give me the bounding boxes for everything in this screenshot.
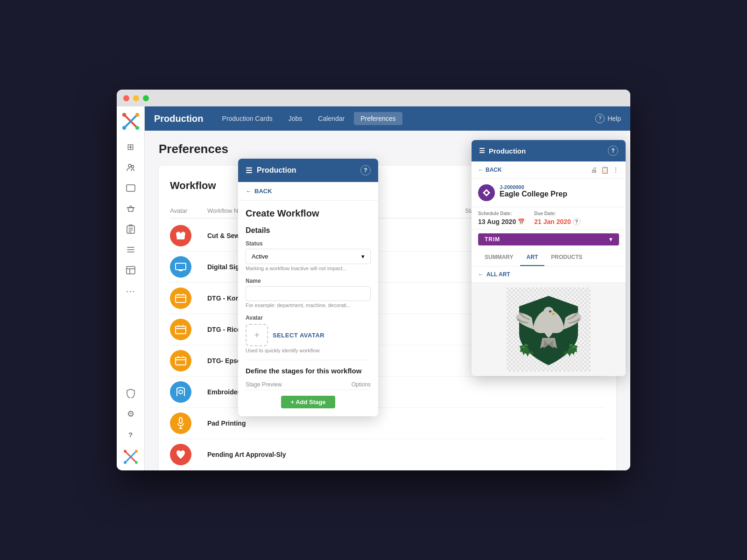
maximize-button[interactable]	[143, 95, 149, 101]
tab-summary[interactable]: SUMMARY	[478, 249, 520, 266]
svg-point-36	[550, 311, 550, 311]
nav-help[interactable]: ? Help	[595, 114, 621, 123]
more-icon[interactable]: ···	[122, 282, 140, 300]
avatar-row1	[170, 225, 191, 246]
calendar-icon[interactable]: 📅	[518, 218, 525, 225]
create-workflow-panel-title: Production	[257, 166, 296, 175]
dashboard-icon[interactable]: ⊞	[122, 138, 140, 156]
nav-calendar[interactable]: Calendar	[311, 112, 351, 125]
detail-nav-row: ← BACK 🖨 📋 ⋮	[472, 161, 626, 179]
icon-sidebar: ⊞ ··· ⚙ ?	[117, 106, 145, 470]
tab-art[interactable]: ART	[520, 249, 545, 266]
due-date-help-icon[interactable]: ?	[573, 218, 580, 225]
minimize-button[interactable]	[133, 95, 139, 101]
hamburger-icon: ☰	[246, 166, 252, 175]
job-number: J-2000000	[500, 184, 567, 190]
help-label: Help	[607, 115, 621, 122]
clipboard-icon[interactable]	[122, 220, 140, 238]
job-details: J-2000000 Eagle College Prep	[500, 184, 567, 198]
workflow-name-row8: Pending Art Approval-Sly	[207, 451, 465, 458]
more-options-icon[interactable]: ⋮	[613, 166, 619, 174]
status-hint: Marking a workflow Inactive will not imp…	[246, 266, 371, 271]
all-art-arrow-icon: ←	[478, 271, 484, 278]
shield-icon[interactable]	[122, 385, 140, 402]
trim-chevron-icon[interactable]: ▾	[609, 236, 613, 243]
table-row: Embroidery	[170, 377, 605, 408]
create-workflow-body: Create Workflow Details Status Active ▾ …	[238, 201, 378, 416]
tab-products[interactable]: PRODUCTS	[544, 249, 589, 266]
due-date: 21 Jan 2020	[534, 218, 571, 225]
list-icon[interactable]	[122, 241, 140, 259]
card-icon[interactable]	[122, 179, 140, 197]
details-section-title: Details	[246, 226, 371, 235]
nav-jobs[interactable]: Jobs	[282, 112, 309, 125]
schedule-date-group: Schedule Date: 13 Aug 2020 📅	[478, 211, 525, 225]
schedule-date-label: Schedule Date:	[478, 211, 525, 216]
due-date-label: Due Date:	[534, 211, 580, 216]
nav-preferences[interactable]: Preferences	[354, 112, 402, 125]
basket-icon[interactable]	[122, 200, 140, 217]
schedule-date: 13 Aug 2020	[478, 218, 516, 225]
panel-help-icon[interactable]: ?	[360, 165, 371, 175]
help-circle-icon: ?	[595, 114, 605, 123]
select-avatar-button[interactable]: SELECT AVATAR	[273, 332, 324, 339]
stage-preview-label: Stage Preview	[246, 381, 282, 388]
trim-badge: TRIM ▾	[478, 233, 619, 245]
create-workflow-back-button[interactable]: ← BACK	[238, 182, 378, 201]
avatar-row: + SELECT AVATAR	[246, 324, 371, 346]
add-stage-button[interactable]: + Add Stage	[281, 396, 335, 408]
all-art-link[interactable]: ← ALL ART	[472, 266, 626, 283]
detail-panel-header: ☰ Production ?	[472, 140, 626, 161]
page-content: Preferences Workflow CREATE NEW Avatar W…	[145, 131, 630, 470]
production-detail-panel: ☰ Production ? ← BACK 🖨 📋	[472, 140, 626, 376]
help-sidebar-icon[interactable]: ?	[122, 426, 140, 443]
detail-nav-icons: 🖨 📋 ⋮	[591, 166, 619, 174]
mac-window: ⊞ ··· ⚙ ?	[117, 90, 630, 470]
name-input[interactable]	[246, 286, 371, 301]
avatar-placeholder[interactable]: +	[246, 324, 268, 346]
svg-point-8	[131, 166, 134, 168]
copy-icon[interactable]: 📋	[601, 166, 609, 174]
svg-point-7	[128, 164, 131, 167]
app-logo	[120, 111, 141, 132]
trim-label: TRIM	[485, 236, 500, 243]
detail-panel-title: Production	[489, 147, 526, 155]
date-row: Schedule Date: 13 Aug 2020 📅 Due Date: 2…	[472, 207, 626, 230]
name-hint: For example: department, machine, decora…	[246, 302, 371, 308]
detail-back-label: BACK	[486, 167, 502, 173]
people-icon[interactable]	[122, 159, 140, 176]
svg-rect-19	[176, 263, 186, 270]
nav-production-cards[interactable]: Production Cards	[216, 112, 279, 125]
define-stages-title: Define the stages for this workflow	[246, 367, 371, 375]
status-form-group: Status Active ▾ Marking a workflow Inact…	[246, 240, 371, 271]
main-area: Production Production Cards Jobs Calenda…	[145, 106, 630, 470]
job-name: Eagle College Prep	[500, 190, 567, 198]
back-arrow-icon: ←	[246, 188, 252, 195]
detail-help-icon[interactable]: ?	[608, 146, 618, 156]
back-label: BACK	[254, 188, 272, 195]
table-row: Pad Printing	[170, 408, 605, 439]
status-select[interactable]: Active ▾	[246, 249, 371, 264]
svg-rect-24	[179, 418, 182, 423]
detail-back-button[interactable]: ← BACK	[478, 167, 502, 173]
avatar-row7	[170, 413, 191, 434]
job-avatar-icon	[478, 184, 495, 201]
svg-rect-11	[127, 266, 135, 274]
status-label: Status	[246, 240, 371, 247]
avatar-row4	[170, 319, 191, 340]
eagle-emblem	[507, 287, 591, 371]
avatar-row8	[170, 444, 191, 465]
svg-point-18	[135, 461, 138, 464]
stage-table-header: Stage Preview Options	[246, 379, 371, 390]
svg-point-4	[135, 113, 139, 117]
print-icon[interactable]: 🖨	[591, 166, 597, 174]
table-icon[interactable]	[122, 261, 140, 279]
settings-icon[interactable]: ⚙	[122, 405, 140, 423]
art-image-container	[472, 283, 626, 376]
detail-tabs: SUMMARY ART PRODUCTS	[472, 249, 626, 266]
col-avatar: Avatar	[170, 207, 207, 214]
workflow-section-title: Workflow	[170, 180, 216, 192]
nav-brand: Production	[154, 113, 204, 124]
close-button[interactable]	[123, 95, 129, 101]
svg-point-5	[122, 126, 126, 130]
